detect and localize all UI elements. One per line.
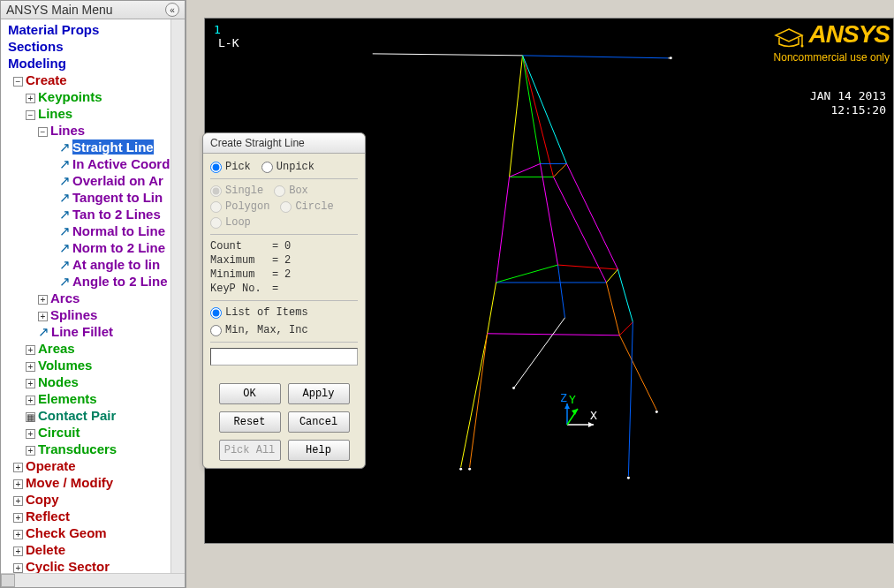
svg-line-5 bbox=[510, 56, 523, 177]
radio-circle: Circle bbox=[280, 200, 333, 213]
tree-norm-to-2-lines[interactable]: ↗Norm to 2 Line bbox=[1, 239, 170, 256]
plus-icon[interactable]: + bbox=[26, 345, 35, 355]
tree-arcs[interactable]: +Arcs bbox=[1, 290, 170, 306]
tree-sections[interactable]: Sections bbox=[1, 38, 170, 55]
reset-button[interactable]: Reset bbox=[219, 411, 281, 433]
tree-material-props[interactable]: Material Props bbox=[1, 21, 170, 38]
dialog-title[interactable]: Create Straight Line bbox=[203, 133, 365, 154]
tree-transducers[interactable]: +Transducers bbox=[1, 441, 170, 457]
tree-contact-pair[interactable]: ▦Contact Pair bbox=[1, 407, 170, 424]
svg-line-13 bbox=[496, 177, 510, 283]
svg-point-32 bbox=[512, 387, 515, 389]
apply-button[interactable]: Apply bbox=[288, 383, 350, 404]
tree-operate[interactable]: +Operate bbox=[1, 457, 170, 474]
plus-icon[interactable]: + bbox=[26, 362, 35, 372]
svg-line-2 bbox=[373, 54, 523, 56]
axis-z-label: Z bbox=[560, 391, 567, 404]
tree-lines[interactable]: −Lines bbox=[1, 105, 170, 122]
tree-elements[interactable]: +Elements bbox=[1, 390, 170, 407]
radio-polygon: Polygon bbox=[210, 200, 269, 213]
help-button[interactable]: Help bbox=[288, 440, 350, 461]
tree-areas[interactable]: +Areas bbox=[1, 340, 170, 357]
tree-cyclic-sector[interactable]: +Cyclic Sector bbox=[1, 558, 170, 573]
scrollbar-vertical[interactable] bbox=[170, 19, 185, 573]
tree-tan-to-2-lines[interactable]: ↗Tan to 2 Lines bbox=[1, 206, 170, 222]
arrow-icon: ↗ bbox=[59, 172, 71, 189]
plus-icon[interactable]: + bbox=[13, 563, 23, 573]
tree-normal-to-line[interactable]: ↗Normal to Line bbox=[1, 222, 170, 239]
arrow-icon: ↗ bbox=[59, 239, 71, 256]
tree-at-angle-to-line[interactable]: ↗At angle to lin bbox=[1, 256, 170, 273]
tree-angle-to-2-lines[interactable]: ↗Angle to 2 Line bbox=[1, 273, 170, 290]
arrow-icon: ↗ bbox=[59, 256, 71, 273]
stat-max: Maximum=2 bbox=[210, 254, 358, 267]
pick-input[interactable] bbox=[210, 348, 358, 366]
ok-button[interactable]: OK bbox=[219, 383, 281, 404]
plus-icon[interactable]: + bbox=[26, 446, 35, 456]
tree-tangent-to-line[interactable]: ↗Tangent to Lin bbox=[1, 189, 170, 206]
minus-icon[interactable]: − bbox=[26, 110, 35, 120]
svg-point-35 bbox=[655, 411, 658, 413]
svg-line-29 bbox=[470, 334, 488, 467]
tree-reflect[interactable]: +Reflect bbox=[1, 508, 170, 524]
scroll-left-button[interactable] bbox=[1, 574, 15, 587]
arrow-icon: ↗ bbox=[59, 155, 71, 172]
tree-copy[interactable]: +Copy bbox=[1, 491, 170, 508]
tree-delete[interactable]: +Delete bbox=[1, 541, 170, 558]
stat-min: Minimum=2 bbox=[210, 268, 358, 281]
svg-line-26 bbox=[619, 322, 633, 335]
tree-in-active-coord[interactable]: ↗In Active Coord bbox=[1, 155, 170, 172]
tree-keypoints[interactable]: +Keypoints bbox=[1, 88, 170, 105]
axis-triad: Z Y X bbox=[558, 398, 602, 436]
plus-icon[interactable]: + bbox=[38, 295, 48, 305]
stat-count: Count=0 bbox=[210, 240, 358, 253]
tree-check-geom[interactable]: +Check Geom bbox=[1, 524, 170, 541]
tree-circuit[interactable]: +Circuit bbox=[1, 424, 170, 441]
pick-all-button: Pick All bbox=[219, 440, 281, 461]
plus-icon[interactable]: + bbox=[26, 396, 35, 405]
tree-modeling[interactable]: Modeling bbox=[1, 55, 170, 72]
axis-x-label: X bbox=[590, 409, 597, 422]
radio-unpick[interactable]: Unpick bbox=[261, 161, 314, 173]
tree-move-modify[interactable]: +Move / Modify bbox=[1, 474, 170, 491]
tree-create[interactable]: −Create bbox=[1, 72, 170, 88]
tree-nodes[interactable]: +Nodes bbox=[1, 373, 170, 390]
radio-list-items[interactable]: List of Items bbox=[210, 306, 358, 319]
plus-icon[interactable]: + bbox=[13, 496, 23, 506]
plus-icon[interactable]: + bbox=[13, 513, 23, 523]
tree-volumes[interactable]: +Volumes bbox=[1, 357, 170, 373]
collapse-icon[interactable]: « bbox=[165, 3, 179, 17]
plus-icon[interactable]: + bbox=[13, 547, 23, 556]
arrow-icon: ↗ bbox=[59, 139, 71, 155]
plus-icon[interactable]: + bbox=[26, 379, 35, 388]
plus-icon[interactable]: + bbox=[38, 312, 48, 321]
plus-icon[interactable]: + bbox=[26, 429, 35, 439]
tree-straight-line[interactable]: ↗Straight Line bbox=[1, 139, 170, 155]
radio-min-max-inc[interactable]: Min, Max, Inc bbox=[210, 324, 358, 336]
scrollbar-horizontal[interactable] bbox=[1, 573, 185, 587]
stat-keyp: KeyP No.= bbox=[210, 283, 358, 295]
plus-icon[interactable]: + bbox=[26, 94, 35, 103]
tree-line-fillet[interactable]: ↗Line Fillet bbox=[1, 323, 170, 340]
box-icon[interactable]: ▦ bbox=[26, 412, 35, 422]
plus-icon[interactable]: + bbox=[13, 479, 23, 489]
radio-loop: Loop bbox=[210, 216, 251, 229]
arrow-icon: ↗ bbox=[59, 273, 71, 290]
plus-icon[interactable]: + bbox=[13, 463, 23, 472]
svg-marker-39 bbox=[588, 422, 594, 427]
svg-line-30 bbox=[628, 322, 633, 476]
svg-line-7 bbox=[523, 56, 541, 164]
svg-line-31 bbox=[514, 318, 565, 388]
minus-icon[interactable]: − bbox=[13, 77, 23, 87]
cancel-button[interactable]: Cancel bbox=[288, 411, 350, 433]
plus-icon[interactable]: + bbox=[13, 530, 23, 539]
radio-pick[interactable]: Pick bbox=[210, 161, 251, 173]
minus-icon[interactable]: − bbox=[38, 127, 48, 137]
tree-splines[interactable]: +Splines bbox=[1, 306, 170, 323]
tree-lines-sub[interactable]: −Lines bbox=[1, 122, 170, 139]
arrow-icon: ↗ bbox=[59, 189, 71, 206]
svg-line-18 bbox=[606, 269, 617, 283]
tree-overlaid-on-area[interactable]: ↗Overlaid on Ar bbox=[1, 172, 170, 189]
radio-box: Box bbox=[274, 185, 308, 197]
axis-y-label: Y bbox=[569, 393, 576, 406]
